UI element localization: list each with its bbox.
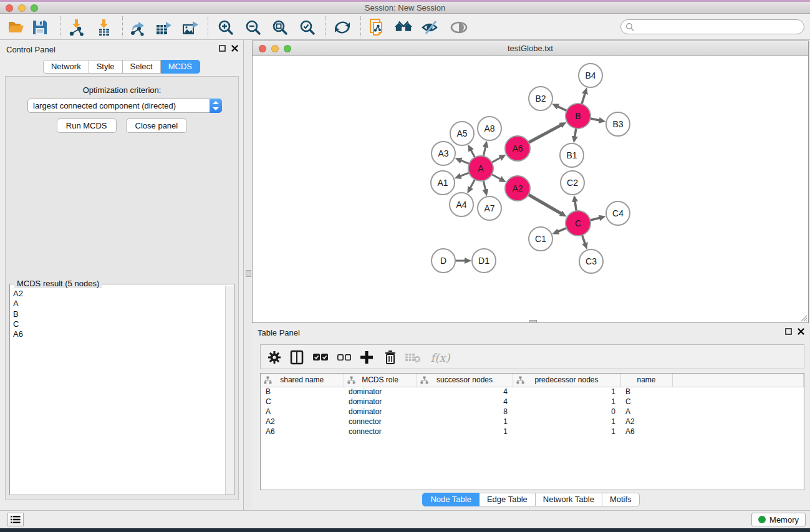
deselect-all-rows-icon[interactable] bbox=[335, 349, 353, 366]
node-A2[interactable]: A2 bbox=[505, 176, 530, 201]
save-session-icon[interactable] bbox=[31, 18, 49, 37]
network-view-window: testGlobe.txt B4B2BB3A8A5A6A3B1AA1C2A2A4… bbox=[252, 41, 809, 323]
table-row[interactable]: A2connector11A2 bbox=[261, 417, 804, 427]
column-header-shared-name[interactable]: shared name bbox=[261, 374, 344, 387]
memory-button[interactable]: Memory bbox=[751, 513, 806, 526]
show-hide-graphics-details-icon[interactable] bbox=[421, 18, 440, 37]
svg-text:C1: C1 bbox=[535, 234, 546, 244]
tab-node-table[interactable]: Node Table bbox=[422, 493, 480, 506]
node-C2[interactable]: C2 bbox=[561, 171, 584, 195]
table-row[interactable]: Adominator80A bbox=[261, 407, 804, 417]
column-header-MCDS-role[interactable]: MCDS role bbox=[344, 374, 417, 387]
control-panel-tabs: NetworkStyleSelectMCDS bbox=[0, 60, 243, 74]
open-session-icon[interactable] bbox=[7, 18, 26, 37]
search-input[interactable] bbox=[620, 19, 804, 34]
tab-mcds[interactable]: MCDS bbox=[161, 60, 200, 74]
node-A1[interactable]: A1 bbox=[431, 171, 455, 195]
delete-columns-icon[interactable] bbox=[382, 349, 399, 366]
table-header-row[interactable]: shared nameMCDS rolesuccessor nodesprede… bbox=[261, 374, 804, 387]
node-D1[interactable]: D1 bbox=[472, 249, 496, 273]
float-table-panel-icon[interactable] bbox=[785, 328, 792, 335]
svg-text:B2: B2 bbox=[535, 94, 546, 104]
main-toolbar bbox=[0, 14, 810, 40]
mcds-result-list[interactable]: A2ABCA6 bbox=[10, 286, 225, 495]
float-panel-icon[interactable] bbox=[219, 45, 226, 52]
tab-select[interactable]: Select bbox=[123, 60, 161, 74]
optimization-criterion-label: Optimization criterion: bbox=[6, 85, 238, 95]
node-table[interactable]: shared nameMCDS rolesuccessor nodesprede… bbox=[260, 373, 804, 490]
table-settings-icon[interactable] bbox=[266, 349, 283, 366]
svg-text:A6: A6 bbox=[512, 143, 523, 153]
node-B2[interactable]: B2 bbox=[529, 87, 552, 110]
workspace: Control Panel NetworkStyleSelectMCDS Opt… bbox=[0, 40, 810, 510]
node-A7[interactable]: A7 bbox=[478, 196, 501, 220]
svg-text:A8: A8 bbox=[484, 123, 494, 133]
export-network-icon[interactable] bbox=[129, 18, 148, 37]
run-mcds-button[interactable]: Run MCDS bbox=[57, 118, 117, 133]
column-header-predecessor-nodes[interactable]: predecessor nodes bbox=[513, 374, 620, 387]
tab-network[interactable]: Network bbox=[43, 60, 89, 74]
export-image-icon[interactable] bbox=[181, 18, 200, 37]
result-item[interactable]: A6 bbox=[13, 329, 225, 339]
close-panel-button[interactable]: Close panel bbox=[126, 118, 188, 133]
node-A6[interactable]: A6 bbox=[505, 136, 530, 161]
result-item[interactable]: C bbox=[13, 319, 225, 329]
resize-grip-icon[interactable] bbox=[799, 314, 808, 322]
node-B[interactable]: B bbox=[566, 104, 591, 128]
node-C1[interactable]: C1 bbox=[529, 227, 552, 251]
first-neighbors-icon[interactable] bbox=[394, 18, 413, 37]
node-B4[interactable]: B4 bbox=[579, 64, 602, 87]
node-A3[interactable]: A3 bbox=[432, 142, 455, 165]
node-C3[interactable]: C3 bbox=[579, 249, 603, 273]
tab-edge-table[interactable]: Edge Table bbox=[480, 493, 536, 506]
task-history-button[interactable] bbox=[7, 513, 24, 526]
table-row[interactable]: Cdominator41C bbox=[261, 397, 804, 407]
select-all-rows-icon[interactable] bbox=[312, 349, 329, 366]
main-titlebar: Session: New Session bbox=[0, 2, 810, 14]
node-A[interactable]: A bbox=[468, 156, 493, 181]
node-A5[interactable]: A5 bbox=[450, 122, 474, 145]
memory-status-icon bbox=[758, 516, 766, 523]
add-column-icon[interactable] bbox=[358, 349, 375, 366]
result-item[interactable]: A2 bbox=[13, 289, 225, 299]
zoom-out-icon[interactable] bbox=[244, 18, 263, 37]
table-row[interactable]: Bdominator41B bbox=[261, 387, 804, 397]
column-header-name[interactable]: name bbox=[620, 374, 672, 387]
birdseye-view-icon[interactable] bbox=[450, 18, 468, 37]
node-A4[interactable]: A4 bbox=[450, 193, 473, 216]
zoom-in-icon[interactable] bbox=[216, 18, 235, 37]
result-item[interactable]: B bbox=[13, 309, 225, 319]
tab-motifs[interactable]: Motifs bbox=[602, 493, 640, 506]
import-network-from-file-icon[interactable] bbox=[67, 18, 85, 37]
result-item[interactable]: A bbox=[13, 299, 225, 309]
node-B3[interactable]: B3 bbox=[606, 112, 630, 136]
network-window-titlebar[interactable]: testGlobe.txt bbox=[253, 41, 808, 56]
table-row[interactable]: A6connector11A6 bbox=[261, 427, 804, 437]
svg-text:C4: C4 bbox=[612, 208, 624, 218]
delete-table-icon[interactable] bbox=[404, 349, 422, 366]
criterion-select[interactable]: largest connected component (directed) bbox=[27, 99, 222, 113]
zoom-fit-content-icon[interactable] bbox=[271, 18, 289, 37]
node-B1[interactable]: B1 bbox=[560, 143, 584, 167]
node-C4[interactable]: C4 bbox=[606, 201, 630, 225]
apply-preferred-layout-icon[interactable] bbox=[333, 18, 352, 37]
column-header-successor-nodes[interactable]: successor nodes bbox=[417, 374, 513, 387]
zoom-selected-region-icon[interactable] bbox=[298, 18, 317, 37]
node-A8[interactable]: A8 bbox=[478, 117, 501, 140]
function-builder-icon[interactable]: f(x) bbox=[428, 349, 453, 366]
network-canvas[interactable]: B4B2BB3A8A5A6A3B1AA1C2A2A4A7C4CC1C3DD1 bbox=[253, 56, 808, 322]
duplicate-network-icon[interactable] bbox=[369, 18, 387, 37]
node-D[interactable]: D bbox=[432, 249, 455, 273]
tab-network-table[interactable]: Network Table bbox=[536, 493, 602, 506]
result-scrollbar[interactable] bbox=[225, 286, 234, 495]
node-C[interactable]: C bbox=[566, 211, 591, 236]
svg-text:C2: C2 bbox=[567, 178, 578, 188]
close-table-panel-icon[interactable] bbox=[798, 328, 804, 335]
import-table-from-file-icon[interactable] bbox=[94, 18, 113, 37]
tab-style[interactable]: Style bbox=[89, 60, 123, 74]
panel-splitter-handle[interactable] bbox=[246, 270, 251, 277]
export-table-icon[interactable] bbox=[155, 18, 174, 37]
network-scrollbar-handle[interactable] bbox=[529, 320, 537, 323]
close-panel-icon[interactable] bbox=[231, 45, 238, 52]
show-columns-icon[interactable] bbox=[288, 349, 306, 366]
